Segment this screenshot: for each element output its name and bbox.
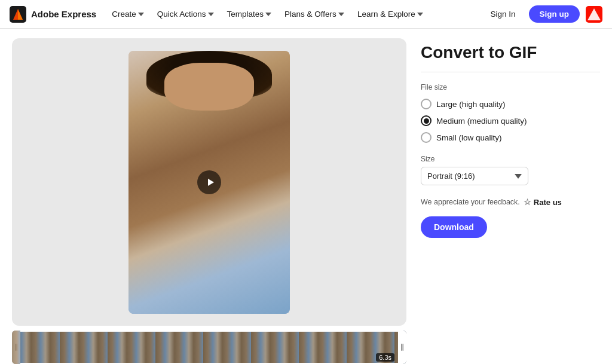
- nav-item-learn[interactable]: Learn & Explore: [351, 6, 429, 22]
- adobe-express-logo-icon: [10, 6, 26, 23]
- chevron-down-icon: [515, 173, 522, 180]
- quality-option-medium[interactable]: Medium (medium quality): [421, 115, 600, 126]
- sign-up-button[interactable]: Sign up: [529, 5, 580, 23]
- left-panel: 6.3s: [12, 38, 406, 364]
- quality-small-label: Small (low quality): [436, 133, 502, 142]
- size-label: Size: [421, 155, 600, 163]
- svg-rect-8: [401, 344, 402, 351]
- sign-in-button[interactable]: Sign In: [483, 6, 522, 22]
- nav-item-quick-actions[interactable]: Quick Actions: [151, 6, 220, 22]
- timeline-frames: [12, 331, 406, 364]
- size-section: Size Portrait (9:16): [421, 155, 600, 185]
- size-dropdown[interactable]: Portrait (9:16): [421, 167, 528, 185]
- svg-marker-5: [208, 179, 214, 186]
- download-button[interactable]: Download: [421, 216, 487, 238]
- main-content: 6.3s Convert to GIF File size Large (hig…: [0, 29, 612, 364]
- nav-item-plans[interactable]: Plans & Offers: [279, 6, 350, 22]
- nav-item-create[interactable]: Create: [106, 6, 150, 22]
- nav-logo[interactable]: Adobe Express: [10, 6, 96, 23]
- star-icon: ☆: [524, 197, 531, 207]
- brand-name: Adobe Express: [31, 9, 96, 19]
- quality-option-small[interactable]: Small (low quality): [421, 132, 600, 143]
- feedback-text: We appreciate your feedback.: [421, 198, 520, 206]
- timeline-handle-right[interactable]: [398, 331, 406, 364]
- quality-option-large[interactable]: Large (high quality): [421, 99, 600, 109]
- timeline-border-top: [20, 331, 398, 332]
- timeline-duration: 6.3s: [376, 353, 394, 362]
- nav-item-templates[interactable]: Templates: [221, 6, 278, 22]
- rate-us-button[interactable]: ☆ Rate us: [524, 197, 562, 207]
- radio-small: [421, 132, 432, 143]
- navbar: Adobe Express Create Quick Actions Templ…: [0, 0, 612, 29]
- nav-items: Create Quick Actions Templates Plans & O…: [106, 6, 481, 22]
- video-preview: [128, 51, 290, 314]
- rate-us-label: Rate us: [534, 198, 562, 207]
- nav-right: Sign In Sign up: [483, 5, 602, 23]
- radio-large: [421, 99, 432, 109]
- radio-medium: [421, 115, 432, 126]
- timeline: 6.3s: [12, 331, 406, 364]
- play-button[interactable]: [197, 170, 221, 194]
- page-title: Convert to GIF: [421, 43, 600, 62]
- video-container: [12, 38, 406, 326]
- right-panel: Convert to GIF File size Large (high qua…: [421, 38, 600, 364]
- feedback-row: We appreciate your feedback. ☆ Rate us: [421, 197, 600, 207]
- file-size-label: File size: [421, 83, 600, 91]
- quality-radio-group: Large (high quality) Medium (medium qual…: [421, 99, 600, 143]
- adobe-icon: [586, 6, 602, 23]
- quality-large-label: Large (high quality): [436, 100, 506, 109]
- svg-rect-9: [403, 344, 404, 351]
- title-divider: [421, 72, 600, 72]
- size-value: Portrait (9:16): [427, 172, 475, 181]
- quality-medium-label: Medium (medium quality): [436, 117, 527, 126]
